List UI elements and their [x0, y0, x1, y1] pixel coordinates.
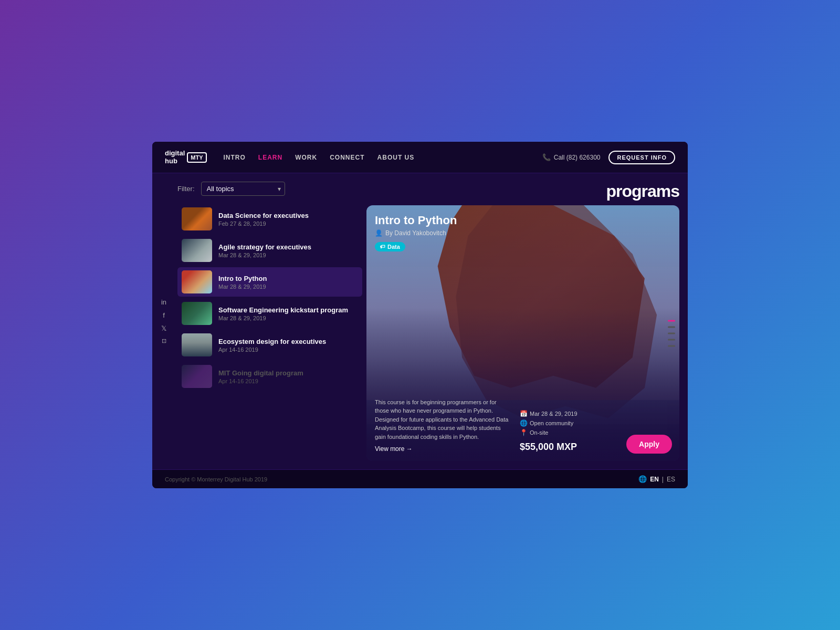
card-detail-title: Intro to Python [375, 214, 671, 227]
view-more-text: View more → [375, 445, 413, 453]
program-date-3: Mar 28 & 29, 2019 [218, 284, 358, 290]
card-meta: 📅 Mar 28 & 29, 2019 🌐 Open community 📍 O… [520, 410, 588, 453]
program-title-3: Intro to Python [218, 275, 358, 282]
nav-work[interactable]: WORK [295, 154, 317, 161]
meta-location: 📍 On-site [520, 429, 588, 436]
globe-icon: 🌐 [638, 475, 647, 483]
program-date-4: Mar 28 & 29, 2019 [218, 315, 358, 321]
person-icon: 👤 [375, 229, 383, 237]
program-item-3[interactable]: Intro to Python Mar 28 & 29, 2019 [177, 267, 362, 297]
nav-about[interactable]: ABOUT US [377, 154, 415, 161]
program-info-6: MIT Going digital program Apr 14-16 2019 [218, 369, 358, 384]
community-icon: 🌐 [520, 419, 527, 427]
program-item-4[interactable]: Software Engineering kickstart program M… [177, 299, 362, 328]
footer: Copyright © Monterrey Digital Hub 2019 🌐… [152, 469, 688, 488]
filter-label: Filter: [177, 185, 195, 193]
lang-en[interactable]: EN [650, 476, 659, 483]
copyright-text: Copyright © Monterrey Digital Hub 2019 [165, 476, 267, 482]
program-date-6: Apr 14-16 2019 [218, 378, 358, 384]
program-info-1: Data Science for executives Feb 27 & 28,… [218, 212, 358, 227]
nav-learn[interactable]: LEARN [258, 154, 282, 161]
main-content: in f 𝕏 ⊡ Filter: All topics Dat [152, 173, 688, 469]
tag-text: Data [387, 244, 400, 250]
program-title-4: Software Engineering kickstart program [218, 306, 358, 314]
right-panel: programs [362, 173, 688, 469]
facebook-icon[interactable]: f [159, 311, 169, 319]
program-item-2[interactable]: Agile strategy for executives Mar 28 & 2… [177, 236, 362, 265]
card-description: This course is for beginning programmers… [375, 398, 511, 442]
scroll-dot-2 [668, 326, 675, 328]
logo-line-1: digital [165, 150, 185, 157]
detail-card: Intro to Python 👤 By David Yakobovitch 🏷… [366, 205, 679, 461]
header: digital hub MTY INTRO LEARN WORK CONNECT… [152, 142, 688, 173]
language-selector: 🌐 EN | ES [638, 475, 675, 483]
card-content: Intro to Python 👤 By David Yakobovitch 🏷… [366, 205, 679, 461]
page-title: programs [366, 182, 679, 201]
author-text: By David Yakobovitch [385, 229, 446, 237]
filter-row: Filter: All topics [177, 182, 362, 196]
program-title-1: Data Science for executives [218, 212, 358, 219]
program-thumb-5 [182, 333, 212, 356]
program-item-5[interactable]: Ecosystem design for executives Apr 14-1… [177, 330, 362, 360]
program-thumb-1 [182, 207, 212, 230]
instagram-icon[interactable]: ⊡ [159, 338, 169, 344]
logo-badge: MTY [187, 152, 206, 163]
meta-date-text: Mar 28 & 29, 2019 [530, 411, 578, 417]
program-date-5: Apr 14-16 2019 [218, 346, 358, 353]
filter-dropdown[interactable]: All topics [201, 182, 285, 196]
header-right: 📞 Call (82) 626300 REQUEST INFO [542, 151, 675, 164]
card-header: Intro to Python 👤 By David Yakobovitch 🏷… [375, 214, 671, 251]
program-title-2: Agile strategy for executives [218, 243, 358, 251]
tag-icon: 🏷 [380, 244, 385, 249]
logo-text: digital hub [165, 150, 185, 165]
program-list: Data Science for executives Feb 27 & 28,… [177, 204, 362, 391]
card-price: $55,000 MXP [520, 442, 588, 453]
main-nav: INTRO LEARN WORK CONNECT ABOUT US [224, 154, 542, 161]
program-item-6[interactable]: MIT Going digital program Apr 14-16 2019 [177, 362, 362, 391]
app-window: digital hub MTY INTRO LEARN WORK CONNECT… [152, 142, 688, 488]
card-left-footer: This course is for beginning programmers… [375, 398, 511, 453]
meta-community-text: Open community [530, 420, 573, 426]
program-thumb-4 [182, 302, 212, 325]
apply-button[interactable]: Apply [626, 435, 672, 454]
program-title-6: MIT Going digital program [218, 369, 358, 377]
logo-line-2: hub [165, 158, 185, 165]
program-thumb-6 [182, 365, 212, 388]
logo: digital hub MTY [165, 150, 207, 165]
program-info-5: Ecosystem design for executives Apr 14-1… [218, 338, 358, 353]
program-thumb-3 [182, 270, 212, 293]
twitter-icon[interactable]: 𝕏 [159, 324, 169, 332]
filter-select-wrap: All topics [201, 182, 285, 196]
program-item-1[interactable]: Data Science for executives Feb 27 & 28,… [177, 204, 362, 234]
program-title-5: Ecosystem design for executives [218, 338, 358, 345]
calendar-icon: 📅 [520, 410, 527, 417]
card-author: 👤 By David Yakobovitch [375, 229, 671, 237]
request-info-button[interactable]: REQUEST INFO [608, 151, 675, 164]
meta-location-text: On-site [530, 429, 548, 436]
scroll-dot-4 [668, 339, 675, 340]
scroll-indicators [668, 320, 675, 346]
scroll-dot-5 [668, 345, 675, 346]
linkedin-icon[interactable]: in [159, 298, 169, 306]
nav-connect[interactable]: CONNECT [330, 154, 364, 161]
meta-date: 📅 Mar 28 & 29, 2019 [520, 410, 588, 417]
location-icon: 📍 [520, 429, 527, 436]
program-info-4: Software Engineering kickstart program M… [218, 306, 358, 321]
program-date-2: Mar 28 & 29, 2019 [218, 252, 358, 258]
scroll-dot-3 [668, 332, 675, 334]
scroll-dot-active [668, 320, 675, 321]
phone-text: Call (82) 626300 [554, 154, 601, 161]
lang-separator: | [662, 476, 664, 483]
card-tag: 🏷 Data [375, 242, 405, 251]
nav-intro[interactable]: INTRO [224, 154, 246, 161]
program-info-3: Intro to Python Mar 28 & 29, 2019 [218, 275, 358, 290]
meta-community: 🌐 Open community [520, 419, 588, 427]
lang-es[interactable]: ES [667, 476, 675, 483]
phone-icon: 📞 [542, 153, 551, 161]
left-panel: Filter: All topics Data Science for exec… [152, 173, 362, 469]
program-date-1: Feb 27 & 28, 2019 [218, 220, 358, 227]
program-info-2: Agile strategy for executives Mar 28 & 2… [218, 243, 358, 258]
view-more-link[interactable]: View more → [375, 445, 511, 453]
phone-number: 📞 Call (82) 626300 [542, 153, 601, 161]
social-icons: in f 𝕏 ⊡ [159, 298, 169, 344]
